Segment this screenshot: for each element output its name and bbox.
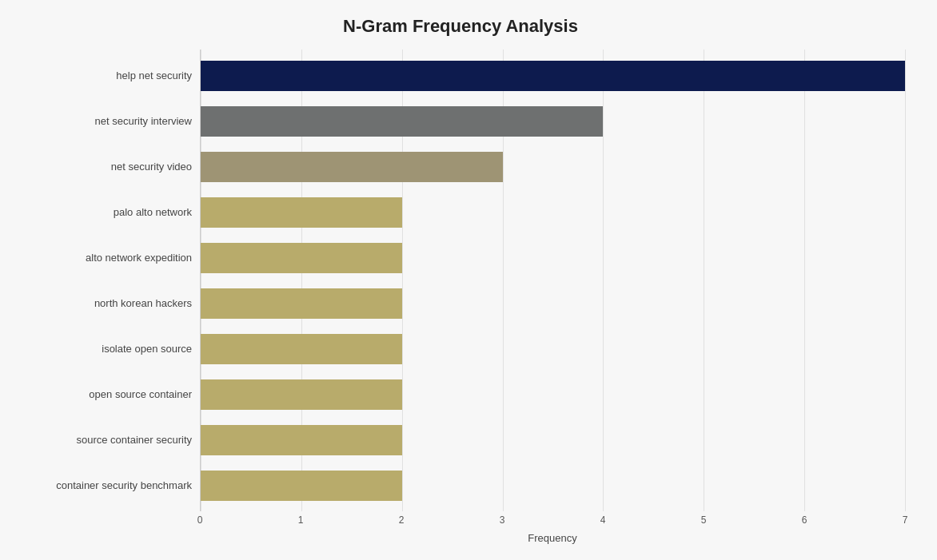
x-tick: 0	[197, 514, 203, 526]
y-label: container security benchmark	[16, 463, 200, 508]
y-label: open source container	[16, 371, 200, 417]
bar	[201, 106, 603, 137]
bars-area	[200, 50, 905, 511]
bar	[201, 471, 402, 501]
y-label: alto network expedition	[16, 235, 200, 280]
bar-row	[201, 193, 905, 232]
y-label: source container security	[16, 417, 200, 463]
x-tick: 5	[701, 514, 707, 526]
y-label: isolate open source	[16, 326, 200, 371]
bar-row	[201, 284, 905, 324]
bar-row	[201, 56, 905, 96]
chart-container: N-Gram Frequency Analysis help net secur…	[0, 0, 937, 560]
x-tick: 1	[298, 514, 304, 526]
bar	[201, 243, 402, 273]
x-tick: 2	[399, 514, 405, 526]
x-tick: 6	[802, 514, 807, 526]
y-label: help net security	[16, 53, 200, 98]
y-labels: help net securitynet security interviewn…	[16, 50, 200, 511]
bar-row	[201, 329, 905, 369]
y-label: north korean hackers	[16, 280, 200, 326]
x-tick: 4	[600, 514, 606, 526]
bar	[201, 379, 402, 410]
bar	[201, 152, 503, 182]
y-label: palo alto network	[16, 189, 200, 235]
x-tick: 3	[500, 514, 505, 526]
bar	[201, 61, 905, 91]
bar-row	[201, 420, 905, 460]
chart-area: help net securitynet security interviewn…	[16, 50, 905, 498]
bar-row	[201, 375, 905, 415]
x-axis-label: Frequency	[200, 532, 905, 544]
bar-row	[201, 238, 905, 278]
x-tick: 7	[903, 514, 908, 526]
bar-row	[201, 101, 905, 141]
grid-and-bars: help net securitynet security interviewn…	[16, 50, 905, 511]
bar	[201, 197, 402, 228]
bar-row	[201, 466, 905, 506]
y-label: net security interview	[16, 98, 200, 144]
y-label: net security video	[16, 144, 200, 189]
grid-line	[905, 50, 906, 511]
bar	[201, 334, 402, 364]
bar-row	[201, 147, 905, 187]
chart-title: N-Gram Frequency Analysis	[16, 16, 905, 37]
bar	[201, 288, 402, 319]
bar	[201, 425, 402, 455]
